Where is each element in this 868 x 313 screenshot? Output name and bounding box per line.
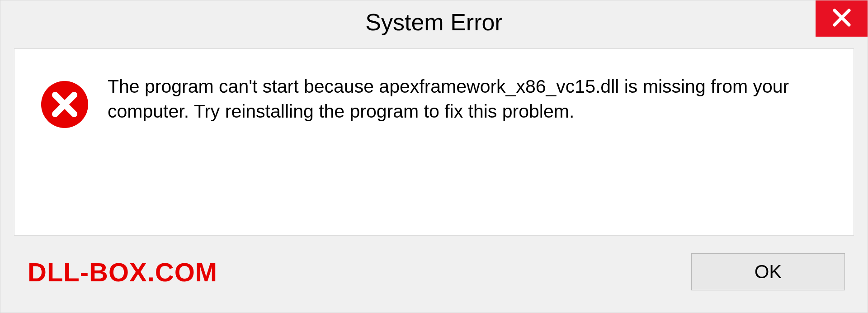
ok-button[interactable]: OK [691, 253, 845, 290]
dialog-title: System Error [365, 9, 502, 36]
close-button[interactable] [816, 0, 868, 37]
error-icon [40, 80, 90, 129]
error-message: The program can't start because apexfram… [108, 74, 828, 124]
close-icon [832, 8, 852, 29]
dialog-footer: DLL-BOX.COM OK [0, 236, 868, 313]
error-dialog: System Error The program can't start bec… [0, 0, 868, 313]
titlebar: System Error [0, 0, 868, 44]
content-panel: The program can't start because apexfram… [14, 48, 854, 236]
watermark-text: DLL-BOX.COM [28, 257, 217, 287]
